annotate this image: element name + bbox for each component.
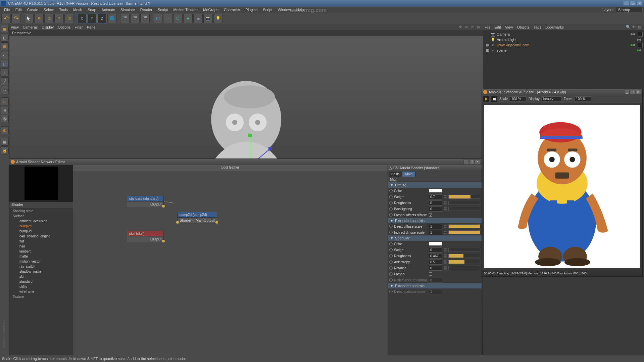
sne-maximize-button[interactable]: □ (469, 160, 475, 164)
param-input[interactable] (429, 207, 442, 212)
texture-mode-button[interactable]: ▦ (1, 42, 9, 50)
sne-titlebar[interactable]: Arnold Shader Network Editor _ □ ✕ (9, 159, 482, 165)
vp-zoom-icon[interactable]: ⊕ (465, 25, 469, 30)
shader-tree[interactable]: Shading state Surface ambient_occlusion … (9, 208, 73, 355)
y-axis-button[interactable]: Y (87, 14, 97, 23)
ipr-render-view[interactable] (484, 105, 640, 268)
node-graph[interactable]: boot leather standard (standard) Output … (73, 165, 388, 355)
spin-down-button[interactable] (444, 226, 447, 228)
menu-edit[interactable]: Edit (13, 7, 24, 12)
obj-row-light[interactable]: 💡 Arnold Light (485, 37, 643, 42)
menu-simulate[interactable]: Simulate (118, 7, 138, 12)
obj-tag[interactable] (638, 43, 643, 47)
spline-button[interactable]: ⟋ (163, 14, 172, 23)
param-slider[interactable] (448, 224, 480, 228)
vp-menu-display[interactable]: Display (42, 25, 54, 29)
param-radio[interactable] (389, 207, 393, 211)
render-view-button[interactable]: 🎬 (120, 14, 130, 23)
attr-body[interactable]: ▼Diffuse Color Weight Roughness Backligh… (388, 182, 482, 355)
menu-snap[interactable]: Snap (85, 7, 99, 12)
shader-item[interactable]: bump3d (10, 229, 72, 234)
shader-item[interactable]: ambient_occlusion (10, 219, 72, 224)
vp-menu-options[interactable]: Options (58, 25, 70, 29)
node-output-port[interactable]: Output (150, 202, 161, 206)
restore-button[interactable]: ▭ (630, 1, 636, 6)
menu-tools[interactable]: Tools (56, 7, 70, 12)
menu-sculpt[interactable]: Sculpt (155, 7, 171, 12)
vis-dot[interactable] (637, 49, 639, 51)
param-slider[interactable] (448, 207, 480, 211)
shader-item[interactable]: ray_switch (10, 264, 72, 269)
menu-mograph[interactable]: MoGraph (200, 7, 221, 12)
node-standard[interactable]: standard (standard) Output (127, 196, 164, 207)
viewport-solo-button[interactable]: ◐ (1, 126, 9, 134)
shader-item[interactable]: shadow_matte (10, 269, 72, 274)
group-specular[interactable]: ▼Specular (388, 235, 482, 241)
obj-filter-icon[interactable]: ▤ (638, 25, 643, 30)
obj-menu-objects[interactable]: Objects (517, 25, 529, 29)
z-axis-button[interactable]: Z (97, 14, 107, 23)
render-dot[interactable] (639, 49, 641, 51)
snap-button[interactable]: Ⓢ (1, 115, 9, 123)
node-input-port[interactable]: Shader < Main (180, 218, 204, 222)
axis-lock-button[interactable]: ∟ (1, 97, 9, 105)
point-mode-button[interactable]: ⋮ (1, 69, 9, 77)
param-checkbox[interactable]: ✓ (429, 213, 432, 217)
tree-expand-icon[interactable]: ⊞ (486, 43, 489, 47)
shader-item[interactable]: matte (10, 254, 72, 259)
param-radio[interactable] (389, 254, 393, 258)
spin-down-button[interactable] (444, 268, 447, 270)
menu-select[interactable]: Select (41, 7, 57, 12)
object-tree[interactable]: 📷 Camera 💡 Arnold Light ⊞ ○ www.kingcoma… (483, 30, 644, 97)
obj-menu-file[interactable]: File (485, 25, 491, 29)
color-swatch[interactable] (429, 189, 442, 193)
ipr-play-button[interactable] (483, 96, 489, 102)
shader-item[interactable]: motion_vector (10, 259, 72, 264)
ipr-zoom-input[interactable] (574, 96, 591, 101)
obj-menu-bookmarks[interactable]: Bookmarks (545, 25, 564, 29)
shader-item[interactable]: lambert (10, 249, 72, 254)
obj-menu-tags[interactable]: Tags (534, 25, 541, 29)
param-radio[interactable] (389, 242, 393, 245)
attr-tab-basic[interactable]: Basic (389, 172, 402, 177)
param-input[interactable] (429, 247, 442, 253)
param-input[interactable] (429, 230, 442, 235)
param-radio[interactable] (389, 272, 393, 276)
scale-button[interactable]: ◻ (44, 14, 54, 23)
make-editable-button[interactable]: ▦ (1, 25, 9, 33)
tweak-button[interactable]: 🖱 (1, 106, 9, 114)
spin-down-button[interactable] (444, 209, 447, 211)
environment-button[interactable]: ☁ (193, 14, 203, 23)
object-mode-button[interactable]: ◫ (1, 60, 9, 68)
locked-workplane-button[interactable]: ▦ (1, 138, 9, 146)
param-radio[interactable] (389, 213, 393, 217)
deformer-button[interactable]: ◈ (183, 14, 193, 23)
param-slider[interactable] (448, 254, 480, 258)
menu-animate[interactable]: Animate (99, 7, 118, 12)
poly-mode-button[interactable]: ▱ (1, 86, 9, 94)
vp-menu-panel[interactable]: Panel (87, 25, 96, 29)
spin-down-button[interactable] (444, 197, 447, 199)
render-dot[interactable] (633, 33, 635, 35)
node-bump2d[interactable]: bump2d (bump2d) Shader < MainOutput (177, 212, 217, 223)
tree-header-texture[interactable]: Texture (10, 294, 72, 299)
param-radio[interactable] (389, 290, 393, 293)
shader-item[interactable]: standard (10, 279, 72, 284)
param-radio[interactable] (389, 248, 393, 252)
menu-mesh[interactable]: Mesh (70, 7, 85, 12)
light-button[interactable]: 💡 (213, 14, 223, 23)
last-tool-button[interactable]: ◫ (64, 14, 74, 23)
group-diffuse[interactable]: ▼Diffuse (388, 182, 482, 188)
node-output-port[interactable]: Output (150, 237, 161, 241)
output-port-icon[interactable] (162, 240, 165, 242)
spin-down-button[interactable] (444, 256, 447, 258)
vp-rotate-icon[interactable]: ⟳ (471, 25, 476, 30)
shader-item[interactable]: c4d_shading_engine (10, 234, 72, 239)
ipr-scale-input[interactable] (510, 96, 527, 101)
spin-down-button[interactable] (444, 203, 447, 205)
vis-dot[interactable] (631, 33, 633, 35)
param-input[interactable] (429, 224, 442, 229)
sne-close-button[interactable]: ✕ (475, 160, 480, 164)
menu-file[interactable]: File (1, 7, 13, 12)
spin-down-button[interactable] (444, 262, 447, 264)
